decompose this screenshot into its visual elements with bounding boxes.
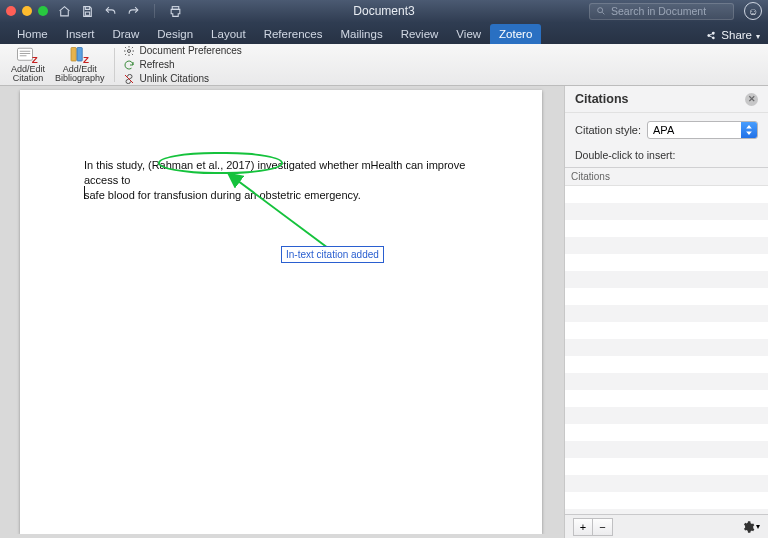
refresh-button[interactable]: Refresh xyxy=(123,59,242,71)
search-icon xyxy=(596,6,606,16)
list-item[interactable] xyxy=(565,458,768,475)
add-edit-citation-label: Add/Edit Citation xyxy=(11,65,45,83)
list-item[interactable] xyxy=(565,220,768,237)
body-text[interactable]: In this study, (Rahman et al., 2017) inv… xyxy=(84,158,494,203)
list-item[interactable] xyxy=(565,186,768,203)
text-cursor xyxy=(84,186,85,199)
add-edit-citation-button[interactable]: Z Add/Edit Citation xyxy=(6,46,50,83)
quick-access-toolbar xyxy=(58,4,182,18)
list-item[interactable] xyxy=(565,356,768,373)
remove-citation-button[interactable]: − xyxy=(593,518,613,536)
document-preferences-label: Document Preferences xyxy=(140,45,242,56)
citations-panel-footer: + − ▾ xyxy=(565,514,768,538)
search-placeholder: Search in Document xyxy=(611,5,706,17)
tab-draw[interactable]: Draw xyxy=(103,24,148,44)
svg-rect-0 xyxy=(85,12,89,15)
svg-point-8 xyxy=(127,49,130,52)
minimize-window-button[interactable] xyxy=(22,6,32,16)
insert-hint: Double-click to insert: xyxy=(575,146,758,161)
save-icon[interactable] xyxy=(81,5,94,18)
ribbon-separator xyxy=(114,48,115,82)
list-item[interactable] xyxy=(565,288,768,305)
tab-mailings[interactable]: Mailings xyxy=(331,24,391,44)
add-edit-bibliography-label: Add/Edit Bibliography xyxy=(55,65,105,83)
list-item[interactable] xyxy=(565,203,768,220)
search-input[interactable]: Search in Document xyxy=(589,3,734,20)
document-preferences-button[interactable]: Document Preferences xyxy=(123,45,242,57)
citation-style-row: Citation style: APA xyxy=(575,121,758,139)
citation-style-label: Citation style: xyxy=(575,124,641,136)
redo-icon[interactable] xyxy=(127,5,140,18)
chevron-down-icon: ▾ xyxy=(756,32,760,41)
share-icon xyxy=(706,30,717,41)
canvas-bottom-edge xyxy=(0,534,564,538)
list-item[interactable] xyxy=(565,271,768,288)
svg-rect-6 xyxy=(77,48,82,62)
add-citation-button[interactable]: + xyxy=(573,518,593,536)
ribbon-tabstrip: Home Insert Draw Design Layout Reference… xyxy=(0,22,768,44)
list-item[interactable] xyxy=(565,475,768,492)
in-text-citation[interactable]: (Rahman et al., 2017) xyxy=(148,158,254,173)
list-item[interactable] xyxy=(565,492,768,509)
workspace: In this study, (Rahman et al., 2017) inv… xyxy=(0,86,768,538)
annotation-arrow xyxy=(20,90,542,534)
close-window-button[interactable] xyxy=(6,6,16,16)
close-panel-button[interactable]: ✕ xyxy=(745,93,758,106)
citations-list: Citations xyxy=(565,167,768,514)
add-edit-bibliography-button[interactable]: Z Add/Edit Bibliography xyxy=(50,46,110,83)
zoom-window-button[interactable] xyxy=(38,6,48,16)
refresh-icon xyxy=(123,59,135,71)
citations-list-header: Citations xyxy=(565,168,768,186)
list-item[interactable] xyxy=(565,407,768,424)
list-item[interactable] xyxy=(565,441,768,458)
list-item[interactable] xyxy=(565,322,768,339)
svg-point-2 xyxy=(598,8,603,13)
list-item[interactable] xyxy=(565,390,768,407)
list-item[interactable] xyxy=(565,254,768,271)
refresh-label: Refresh xyxy=(140,59,175,70)
window-titlebar: Document3 Search in Document ☺ xyxy=(0,0,768,22)
chevron-down-icon: ▾ xyxy=(756,522,760,531)
text-before: In this study, xyxy=(84,159,148,171)
tab-review[interactable]: Review xyxy=(392,24,448,44)
tab-home[interactable]: Home xyxy=(8,24,57,44)
list-item[interactable] xyxy=(565,237,768,254)
tab-references[interactable]: References xyxy=(255,24,332,44)
home-icon[interactable] xyxy=(58,5,71,18)
ribbon-zotero-subgroup: Document Preferences Refresh Unlink Cita… xyxy=(119,45,242,85)
citations-rows[interactable] xyxy=(565,186,768,514)
bibliography-icon: Z xyxy=(67,46,93,64)
share-button[interactable]: Share ▾ xyxy=(706,29,760,44)
svg-rect-5 xyxy=(71,48,76,62)
svg-rect-3 xyxy=(18,48,33,60)
window-controls xyxy=(6,6,48,16)
list-item[interactable] xyxy=(565,339,768,356)
document-canvas[interactable]: In this study, (Rahman et al., 2017) inv… xyxy=(0,86,564,538)
list-item[interactable] xyxy=(565,509,768,514)
citations-panel-title: Citations xyxy=(575,92,628,106)
citation-style-select[interactable]: APA xyxy=(647,121,758,139)
citations-panel: Citations ✕ Citation style: APA Double-c… xyxy=(564,86,768,538)
toolbar-separator xyxy=(154,4,155,18)
citations-panel-header: Citations ✕ xyxy=(565,86,768,113)
list-item[interactable] xyxy=(565,373,768,390)
tab-insert[interactable]: Insert xyxy=(57,24,104,44)
undo-icon[interactable] xyxy=(104,5,117,18)
unlink-citations-label: Unlink Citations xyxy=(140,73,209,84)
citations-settings-button[interactable]: ▾ xyxy=(741,520,760,534)
gear-icon xyxy=(123,45,135,57)
citation-icon: Z xyxy=(15,46,41,64)
svg-text:Z: Z xyxy=(83,54,89,65)
list-item[interactable] xyxy=(565,305,768,322)
ribbon: Z Add/Edit Citation Z Add/Edit Bibliogra… xyxy=(0,44,768,86)
share-label: Share xyxy=(721,29,752,41)
tab-view[interactable]: View xyxy=(447,24,490,44)
feedback-icon[interactable]: ☺ xyxy=(744,2,762,20)
unlink-citations-button[interactable]: Unlink Citations xyxy=(123,73,242,85)
print-icon[interactable] xyxy=(169,5,182,18)
tab-layout[interactable]: Layout xyxy=(202,24,255,44)
tab-design[interactable]: Design xyxy=(148,24,202,44)
tab-zotero[interactable]: Zotero xyxy=(490,24,541,44)
list-item[interactable] xyxy=(565,424,768,441)
gear-icon xyxy=(741,520,755,534)
